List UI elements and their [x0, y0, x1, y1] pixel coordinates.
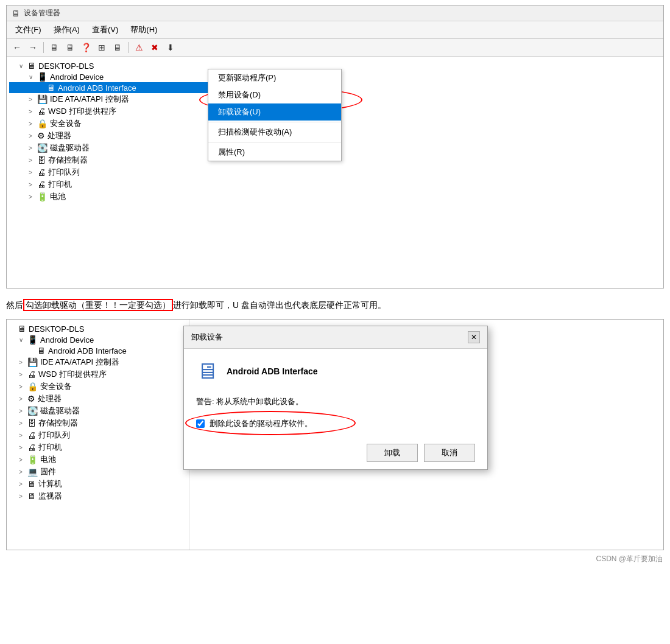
battery-icon: 🔋 — [37, 192, 48, 201]
menu-help[interactable]: 帮助(H) — [124, 23, 163, 37]
display-icon[interactable]: 🖥 — [111, 41, 124, 54]
monitor-icon: 🖥 — [27, 491, 36, 501]
expander[interactable]: > — [19, 432, 27, 439]
expander[interactable]: > — [19, 371, 27, 378]
expander[interactable]: > — [29, 145, 37, 152]
expander[interactable]: > — [29, 181, 37, 188]
expander[interactable]: > — [29, 108, 37, 115]
expander[interactable]: > — [19, 493, 27, 500]
tree-item-security[interactable]: > 🔒 安全设备 — [9, 117, 211, 130]
context-menu-uninstall[interactable]: 卸载设备(U) — [208, 103, 341, 121]
printqueue-icon: 🖨 — [27, 430, 36, 440]
security-icon: 🔒 — [27, 382, 38, 391]
warning-icon[interactable]: ⚠ — [132, 41, 146, 54]
tree-item-android-b[interactable]: ∨ 📱 Android Device — [9, 334, 186, 345]
tree-item-monitor-b[interactable]: > 🖥 监视器 — [9, 490, 186, 502]
tree-item-printqueue-b[interactable]: > 🖨 打印队列 — [9, 429, 186, 441]
expander[interactable]: > — [19, 444, 27, 451]
monitor-icon[interactable]: 🖥 — [63, 41, 77, 54]
cpu-icon: ⚙ — [37, 131, 45, 141]
expander[interactable]: > — [19, 383, 27, 390]
text-before: 然后 — [6, 300, 23, 310]
tree-item-security-b[interactable]: > 🔒 安全设备 — [9, 380, 186, 393]
tree-label: 电池 — [40, 454, 56, 465]
tree-item-adb-b[interactable]: 🖥 Android ADB Interface — [9, 345, 186, 356]
expander[interactable]: ∨ — [29, 74, 37, 80]
delete-icon[interactable]: ✖ — [148, 41, 161, 54]
context-menu-scan[interactable]: 扫描检测硬件改动(A) — [208, 124, 341, 141]
tree-label: 打印队列 — [48, 167, 80, 178]
device-manager-window-top: 🖥 设备管理器 文件(F) 操作(A) 查看(V) 帮助(H) ← → 🖥 🖥 … — [6, 5, 664, 289]
tree-item-cpu[interactable]: > ⚙ 处理器 — [9, 130, 211, 142]
expander[interactable]: > — [29, 96, 37, 103]
tree-item-battery-b[interactable]: > 🔋 电池 — [9, 453, 186, 466]
context-menu-update[interactable]: 更新驱动程序(P) — [208, 69, 341, 86]
context-menu: 更新驱动程序(P) 禁用设备(D) 卸载设备(U) 扫描检测硬件改动(A) 属性… — [208, 69, 342, 161]
tree-item-wsd[interactable]: > 🖨 WSD 打印提供程序 — [9, 105, 211, 117]
grid-icon[interactable]: ⊞ — [95, 41, 108, 54]
context-menu-sep2 — [208, 142, 341, 142]
expander[interactable]: > — [29, 133, 37, 139]
middle-text: 然后勾选卸载驱动（重要！！一定要勾选）进行卸载即可，U 盘自动弹出也代表底层硬件… — [0, 289, 670, 319]
dialog-close-button[interactable]: ✕ — [468, 331, 480, 343]
tree-item-desktop-b[interactable]: 🖥 DESKTOP-DLS — [9, 323, 186, 334]
tree-item-printer-b[interactable]: > 🖨 打印机 — [9, 441, 186, 453]
context-menu-disable[interactable]: 禁用设备(D) — [208, 86, 341, 103]
window-title: 设备管理器 — [24, 8, 60, 18]
tree-item-computer-b[interactable]: > 🖥 计算机 — [9, 478, 186, 490]
expander[interactable]: > — [29, 121, 37, 127]
dialog-title: 卸载设备 — [191, 332, 223, 343]
tree-item-adb[interactable]: 🖥 Android ADB Interface — [9, 82, 211, 93]
expander[interactable]: > — [29, 194, 37, 200]
dialog-device-icon: 🖥 — [196, 359, 218, 384]
tree-item-storage-b[interactable]: > 🗄 存储控制器 — [9, 417, 186, 429]
printer-icon: 🖨 — [37, 180, 46, 189]
cancel-button[interactable]: 取消 — [424, 444, 475, 462]
expander[interactable]: > — [19, 408, 27, 415]
delete-driver-checkbox[interactable] — [196, 419, 205, 428]
forward-button[interactable]: → — [26, 41, 40, 54]
download-icon[interactable]: ⬇ — [164, 41, 177, 54]
tree-item-disk-b[interactable]: > 💽 磁盘驱动器 — [9, 405, 186, 417]
tree-item-firmware-b[interactable]: > 💻 固件 — [9, 466, 186, 478]
context-menu-properties[interactable]: 属性(R) — [208, 144, 341, 161]
tree-item-wsd-b[interactable]: > 🖨 WSD 打印提供程序 — [9, 368, 186, 380]
back-button[interactable]: ← — [10, 41, 24, 54]
tree-item-cpu-b[interactable]: > ⚙ 处理器 — [9, 393, 186, 405]
wsd-icon: 🖨 — [37, 107, 46, 116]
expander[interactable]: > — [29, 169, 37, 176]
expander[interactable]: > — [29, 157, 37, 164]
expander[interactable]: ∨ — [19, 63, 27, 69]
expander[interactable]: > — [19, 469, 27, 475]
tree-item-ide-b[interactable]: > 💾 IDE ATA/ATAPI 控制器 — [9, 356, 186, 368]
expander[interactable]: ∨ — [19, 337, 27, 343]
delete-driver-label: 删除此设备的驱动程序软件。 — [210, 418, 312, 429]
tree-item-battery[interactable]: > 🔋 电池 — [9, 191, 211, 203]
tree-item-android-device[interactable]: ∨ 📱 Android Device — [9, 71, 211, 82]
watermark-text: CSDN @革斤要加油 — [596, 555, 663, 563]
dialog-device-name: Android ADB Interface — [227, 366, 318, 376]
tree-label: Android Device — [40, 335, 94, 345]
tree-label: 存储控制器 — [38, 418, 78, 429]
expander[interactable]: > — [19, 396, 27, 402]
ide-icon: 💾 — [27, 357, 38, 367]
menu-file[interactable]: 文件(F) — [9, 23, 48, 37]
help-icon[interactable]: ❓ — [79, 41, 93, 54]
tree-item-desktop[interactable]: ∨ 🖥 DESKTOP-DLS — [9, 60, 211, 71]
adb-icon: 🖥 — [37, 346, 46, 355]
tree-item-storage[interactable]: > 🗄 存储控制器 — [9, 154, 211, 166]
menu-view[interactable]: 查看(V) — [86, 23, 124, 37]
expander[interactable]: > — [19, 420, 27, 427]
csdn-watermark: CSDN @革斤要加油 — [0, 550, 670, 567]
menu-action[interactable]: 操作(A) — [48, 23, 86, 37]
tree-item-ide[interactable]: > 💾 IDE ATA/ATAPI 控制器 — [9, 93, 211, 105]
expander[interactable]: > — [19, 359, 27, 366]
tree-item-printqueue[interactable]: > 🖨 打印队列 — [9, 166, 211, 178]
uninstall-button[interactable]: 卸载 — [367, 444, 418, 462]
expander[interactable]: > — [19, 481, 27, 488]
tree-label: 监视器 — [38, 491, 62, 502]
tree-item-printer[interactable]: > 🖨 打印机 — [9, 178, 211, 191]
computer-icon[interactable]: 🖥 — [48, 41, 61, 54]
expander[interactable]: > — [19, 457, 27, 463]
tree-item-disk[interactable]: > 💽 磁盘驱动器 — [9, 142, 211, 154]
